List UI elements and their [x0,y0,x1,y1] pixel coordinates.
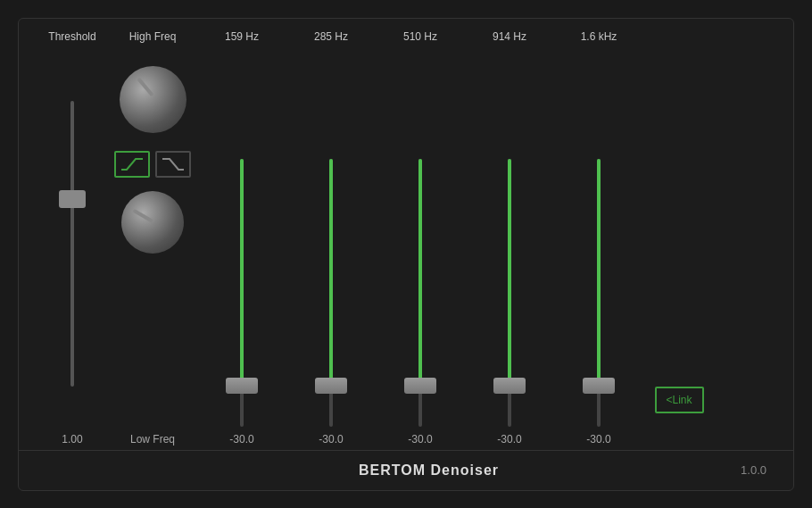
fader3-container [418,57,422,431]
freq3-header: 510 Hz [376,26,465,48]
values-row: 1.00 Low Freq -30.0 -30.0 -30.0 -30.0 -3… [19,431,793,450]
threshold-handle[interactable] [59,190,86,208]
fader1-column [197,57,286,431]
freq2-header: 285 Hz [286,26,376,48]
fader4-container [508,57,511,431]
headers-row: Threshold High Freq 159 Hz 285 Hz 510 Hz… [19,19,793,48]
filter-btn-hicut[interactable] [155,151,191,178]
fader5-handle[interactable] [583,378,615,394]
fader4-fill [508,159,511,382]
threshold-slider-container[interactable] [59,57,86,431]
fader2-container [329,57,333,431]
lowfreq-knob-container [121,191,184,254]
fader1-handle[interactable] [226,378,258,394]
freq1-header: 159 Hz [197,26,286,48]
threshold-track [70,101,74,387]
locut-icon [120,155,145,173]
threshold-column [37,57,108,431]
fader2-column [286,57,376,431]
plugin-name: BERTOM Denoiser [359,462,499,479]
bottom-bar: BERTOM Denoiser 1.0.0 [19,450,793,490]
fader3-handle[interactable] [404,378,436,394]
fader5-value: -30.0 [554,433,643,446]
fader3-value: -30.0 [376,433,465,446]
highfreq-knob[interactable] [120,66,186,133]
plugin-container: Threshold High Freq 159 Hz 285 Hz 510 Hz… [18,18,794,491]
freq5-header: 1.6 kHz [554,26,643,48]
version-label: 1.0.0 [741,463,766,477]
fader1-container [240,57,244,431]
main-area: <Link [19,48,793,431]
highfreq-column [108,57,197,431]
highfreq-knob-container [120,66,186,133]
threshold-value: 1.00 [37,433,108,446]
fader1-fill [240,159,244,382]
fader5-container [597,57,601,431]
link-header-spacer [643,26,715,48]
fader5-track [597,159,601,427]
fader5-fill [597,159,601,382]
link-column: <Link [643,57,715,431]
fader2-fill [329,159,333,382]
fader4-track [508,159,511,427]
fader5-column [554,57,643,431]
fader2-handle[interactable] [315,378,347,394]
fader3-column [376,57,465,431]
fader2-value: -30.0 [286,433,376,446]
hicut-icon [161,155,186,173]
link-button[interactable]: <Link [655,387,704,413]
lowfreq-label: Low Freq [108,433,197,446]
filter-buttons [114,151,191,178]
highfreq-header: High Freq [108,26,197,48]
fader4-column [465,57,554,431]
filter-btn-locut[interactable] [114,151,150,178]
fader4-handle[interactable] [493,378,526,394]
fader1-track [240,159,244,427]
lowfreq-knob[interactable] [121,191,184,254]
fader3-track [418,159,422,427]
fader1-value: -30.0 [197,433,286,446]
freq4-header: 914 Hz [465,26,554,48]
fader2-track [329,159,333,427]
threshold-header: Threshold [37,26,108,48]
fader4-value: -30.0 [465,433,554,446]
fader3-fill [418,159,422,382]
